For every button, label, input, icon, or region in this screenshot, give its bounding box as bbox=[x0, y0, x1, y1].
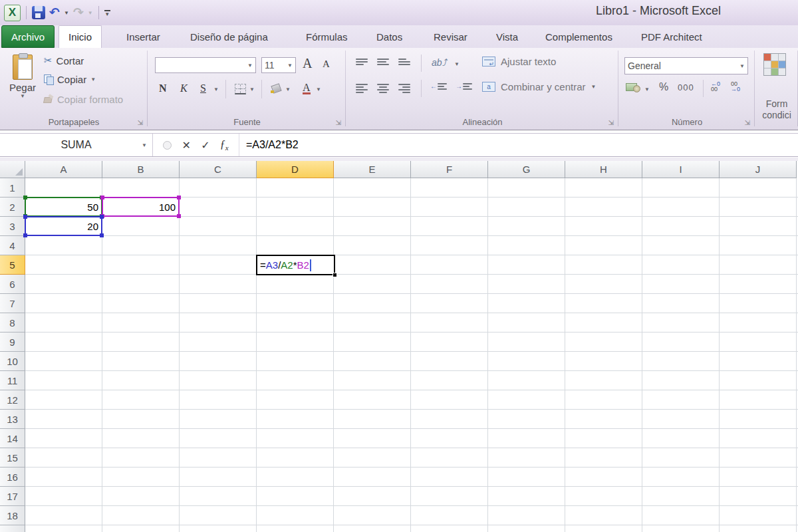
column-header-I[interactable]: I bbox=[642, 161, 720, 178]
borders-dropdown-icon[interactable]: ▼ bbox=[249, 86, 255, 92]
row-header-13[interactable]: 13 bbox=[0, 410, 25, 429]
column-header-J[interactable]: J bbox=[720, 161, 797, 178]
insert-function-icon[interactable]: ƒx bbox=[220, 138, 229, 152]
paste-dropdown-icon[interactable]: ▼ bbox=[20, 93, 25, 99]
font-color-dropdown-icon[interactable]: ▼ bbox=[316, 86, 321, 92]
fill-handle[interactable] bbox=[332, 273, 337, 277]
tab-inicio[interactable]: Inicio bbox=[59, 25, 102, 48]
decrease-indent-icon[interactable]: ← bbox=[430, 82, 447, 90]
font-name-combo[interactable]: ▼ bbox=[155, 57, 256, 73]
align-right-icon[interactable] bbox=[398, 84, 410, 93]
font-color-button[interactable]: A bbox=[303, 82, 311, 94]
row-header-10[interactable]: 10 bbox=[0, 352, 25, 371]
row-header-7[interactable]: 7 bbox=[0, 294, 25, 313]
range-handle[interactable] bbox=[177, 214, 181, 218]
range-handle[interactable] bbox=[177, 196, 181, 200]
percent-style-button[interactable]: % bbox=[659, 81, 668, 93]
row-header-11[interactable]: 11 bbox=[0, 371, 25, 390]
cell-B2[interactable]: 100 bbox=[102, 197, 180, 217]
number-dialog-launcher-icon[interactable]: ⇲ bbox=[745, 119, 750, 126]
row-header-18[interactable]: 18 bbox=[0, 506, 25, 525]
align-top-icon[interactable] bbox=[356, 59, 368, 65]
copy-dropdown-icon[interactable]: ▼ bbox=[90, 76, 96, 82]
row-header-2[interactable]: 2 bbox=[0, 198, 25, 217]
customize-qat-icon[interactable]: ▼ bbox=[104, 10, 110, 16]
tab-datos[interactable]: Datos bbox=[367, 25, 412, 48]
row-header-6[interactable]: 6 bbox=[0, 275, 25, 294]
align-middle-icon[interactable] bbox=[377, 59, 389, 65]
clipboard-dialog-launcher-icon[interactable]: ⇲ bbox=[138, 119, 143, 126]
tab-revisar[interactable]: Revisar bbox=[424, 25, 477, 48]
cell-A3[interactable]: 20 bbox=[25, 216, 102, 236]
row-header-15[interactable]: 15 bbox=[0, 448, 25, 467]
bold-button[interactable]: N bbox=[159, 82, 167, 94]
cell-A2[interactable]: 50 bbox=[25, 197, 102, 217]
select-all-corner[interactable] bbox=[0, 161, 25, 178]
row-header-19[interactable]: 19 bbox=[0, 525, 25, 532]
conditional-formatting-icon[interactable] bbox=[763, 53, 786, 76]
underline-button[interactable]: S bbox=[200, 82, 206, 94]
shrink-font-button[interactable]: A bbox=[323, 59, 330, 70]
tab-formulas[interactable]: Fórmulas bbox=[297, 25, 357, 48]
fill-color-dropdown-icon[interactable]: ▼ bbox=[285, 86, 291, 92]
worksheet[interactable]: ABCDEFGHIJ 12345678910111213141516171819… bbox=[0, 161, 798, 532]
font-size-dropdown-icon[interactable]: ▼ bbox=[287, 63, 293, 68]
column-header-C[interactable]: C bbox=[180, 161, 257, 178]
range-handle[interactable] bbox=[100, 215, 104, 219]
row-header-1[interactable]: 1 bbox=[0, 178, 25, 198]
tab-vista[interactable]: Vista bbox=[487, 25, 527, 48]
font-dialog-launcher-icon[interactable]: ⇲ bbox=[336, 119, 341, 126]
tab-pdf-architect[interactable]: PDF Architect bbox=[632, 25, 712, 48]
increase-indent-icon[interactable]: → bbox=[456, 82, 472, 90]
row-header-12[interactable]: 12 bbox=[0, 390, 25, 410]
column-header-B[interactable]: B bbox=[102, 161, 180, 178]
range-handle[interactable] bbox=[23, 215, 27, 219]
tab-insertar[interactable]: Insertar bbox=[117, 25, 170, 48]
undo-dropdown-icon[interactable]: ▼ bbox=[64, 10, 69, 16]
column-header-F[interactable]: F bbox=[411, 161, 488, 178]
currency-format-icon[interactable] bbox=[626, 82, 640, 92]
italic-button[interactable]: K bbox=[180, 82, 188, 94]
cut-button[interactable]: ✂ Cortar bbox=[44, 53, 84, 68]
tab-archivo[interactable]: Archivo bbox=[1, 25, 55, 48]
tab-complementos[interactable]: Complementos bbox=[536, 25, 622, 48]
grow-font-button[interactable]: A bbox=[303, 56, 312, 71]
column-header-H[interactable]: H bbox=[565, 161, 642, 178]
row-header-17[interactable]: 17 bbox=[0, 487, 25, 506]
column-header-D[interactable]: D bbox=[257, 161, 334, 178]
align-bottom-icon[interactable] bbox=[398, 59, 410, 65]
name-box-dropdown-icon[interactable]: ▼ bbox=[142, 142, 147, 148]
range-handle[interactable] bbox=[100, 233, 104, 237]
row-header-4[interactable]: 4 bbox=[0, 236, 25, 255]
save-icon[interactable] bbox=[32, 6, 45, 19]
currency-dropdown-icon[interactable]: ▼ bbox=[644, 86, 650, 92]
column-header-E[interactable]: E bbox=[334, 161, 411, 178]
orientation-dropdown-icon[interactable]: ▼ bbox=[454, 61, 460, 67]
font-name-dropdown-icon[interactable]: ▼ bbox=[247, 63, 253, 68]
row-header-14[interactable]: 14 bbox=[0, 429, 25, 448]
name-box[interactable]: SUMA ▼ bbox=[0, 134, 153, 156]
paste-button[interactable]: Pegar ▼ bbox=[5, 52, 40, 116]
row-header-3[interactable]: 3 bbox=[0, 217, 25, 236]
merge-center-dropdown-icon[interactable]: ▼ bbox=[591, 84, 597, 90]
decrease-decimal-icon[interactable]: 00 →0 bbox=[731, 81, 740, 92]
range-handle[interactable] bbox=[23, 233, 27, 237]
tab-diseno-de-pagina[interactable]: Diseño de página bbox=[181, 25, 277, 48]
formula-input[interactable]: =A3/A2*B2 bbox=[239, 134, 798, 156]
range-handle[interactable] bbox=[100, 196, 104, 200]
font-size-combo[interactable]: 11 ▼ bbox=[261, 57, 296, 73]
enter-icon[interactable]: ✓ bbox=[201, 139, 209, 152]
orientation-icon[interactable]: ab⤴ bbox=[432, 57, 447, 68]
merge-center-button[interactable]: Combinar y centrar ▼ bbox=[482, 81, 596, 92]
undo-icon[interactable]: ↶ bbox=[49, 6, 60, 19]
column-header-A[interactable]: A bbox=[25, 161, 102, 178]
conditional-formatting-label[interactable]: Form condici bbox=[755, 98, 798, 121]
cancel-icon[interactable]: ✕ bbox=[182, 139, 191, 152]
borders-icon[interactable] bbox=[235, 84, 246, 94]
copy-button[interactable]: Copiar ▼ bbox=[44, 72, 96, 86]
wrap-text-button[interactable]: Ajustar texto bbox=[482, 56, 556, 67]
align-center-icon[interactable] bbox=[377, 84, 389, 93]
column-header-G[interactable]: G bbox=[488, 161, 565, 178]
range-handle[interactable] bbox=[23, 196, 27, 200]
edit-cell-D5[interactable]: =A3/A2*B2 bbox=[256, 255, 335, 275]
